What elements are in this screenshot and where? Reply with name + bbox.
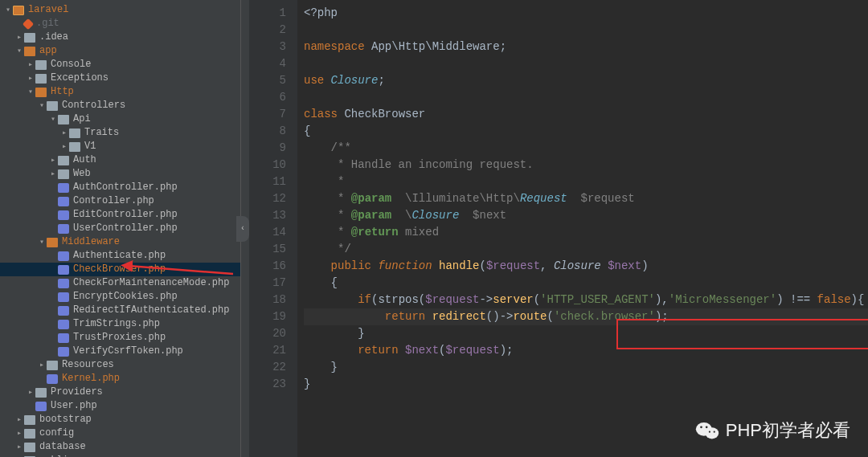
tree-item-label: Web [73,167,91,181]
tree-chevron-icon[interactable] [39,99,45,112]
code-line[interactable] [304,55,868,72]
code-line[interactable]: namespace App\Http\Middleware; [304,39,868,55]
line-number: 8 [254,123,286,140]
tree-item-exceptions[interactable]: Exceptions [0,71,240,85]
code-line[interactable]: /** [304,140,868,157]
code-line[interactable]: * @param \Illuminate\Http\Request $reque… [304,190,868,207]
code-line[interactable]: if(strpos($request->server('HTTP_USER_AG… [304,292,868,308]
tree-chevron-icon[interactable] [27,71,34,85]
tree-chevron-icon[interactable] [5,3,11,17]
folder-icon [35,60,47,70]
tree-item-label: Console [51,58,91,71]
tree-chevron-icon[interactable] [50,153,56,167]
project-tree[interactable]: laravel.git.ideaappConsoleExceptionsHttp… [0,0,241,457]
tree-chevron-icon[interactable] [16,44,23,58]
tree-item-label: TrimStrings.php [73,317,160,331]
tree-item-checkformaintenancemode-php[interactable]: CheckForMaintenanceMode.php [0,276,240,290]
tree-chevron-icon[interactable] [16,454,23,457]
tree-item-authenticate-php[interactable]: Authenticate.php [0,249,240,263]
tree-item-controllers[interactable]: Controllers [0,99,240,112]
tree-item-laravel[interactable]: laravel [0,3,240,17]
code-line[interactable]: * [304,173,868,190]
php-icon [58,279,69,288]
tree-item-authcontroller-php[interactable]: AuthController.php [0,181,240,194]
tree-item-trustproxies-php[interactable]: TrustProxies.php [0,331,240,345]
tree-item-providers[interactable]: Providers [0,386,240,399]
tree-chevron-icon[interactable] [61,140,68,153]
tree-item-bootstrap[interactable]: bootstrap [0,413,240,426]
code-line[interactable] [304,89,868,106]
code-line[interactable]: } [304,359,868,376]
tree-item-trimstrings-php[interactable]: TrimStrings.php [0,317,240,331]
token-str: 'MicroMessenger' [669,293,776,306]
tree-item-api[interactable]: Api [0,112,240,126]
tree-chevron-icon[interactable] [50,167,56,181]
collapse-sidebar-button[interactable]: ‹ [236,216,249,242]
tree-item-verifycsrftoken-php[interactable]: VerifyCsrfToken.php [0,345,240,358]
token-cmt: * [331,192,351,205]
tree-item-console[interactable]: Console [0,58,240,71]
tree-item-kernel-php[interactable]: Kernel.php [0,372,240,386]
folder-open-icon [35,88,47,97]
tree-item-v1[interactable]: V1 [0,140,240,153]
tree-chevron-icon[interactable] [39,358,45,372]
tree-item-label: UserController.php [73,222,178,235]
code-line[interactable]: class CheckBrowser [304,106,868,123]
code-editor[interactable]: 1234567891011121314151617181920212223 <?… [249,0,868,457]
tree-chevron-icon[interactable] [27,386,34,399]
line-number: 12 [254,190,286,207]
tree-item-editcontroller-php[interactable]: EditController.php [0,208,240,222]
tree-item-encryptcookies-php[interactable]: EncryptCookies.php [0,290,240,304]
tree-item-controller-php[interactable]: Controller.php [0,194,240,208]
tree-item-config[interactable]: config [0,426,240,440]
code-line[interactable]: public function handle($request, Closure… [304,258,868,275]
tree-chevron-icon[interactable] [50,112,56,126]
code-line[interactable] [304,22,868,39]
tree-chevron-icon[interactable] [27,85,34,99]
tree-item-app[interactable]: app [0,44,240,58]
tree-item-http[interactable]: Http [0,85,240,99]
folder-icon [58,169,69,179]
line-number: 5 [254,72,286,89]
tree-item--idea[interactable]: .idea [0,31,240,44]
panel-divider[interactable]: ‹ [241,0,249,457]
code-line[interactable]: { [304,123,868,140]
code-line[interactable]: * @return mixed [304,224,868,241]
tree-item-auth[interactable]: Auth [0,153,240,167]
code-line[interactable]: * @param \Closure $next [304,207,868,224]
tree-item-public[interactable]: public [0,454,240,457]
folder-icon [47,101,58,111]
token-cmt: \Illuminate\Http\ [391,192,520,205]
tree-item-middleware[interactable]: Middleware [0,235,240,249]
tree-item-traits[interactable]: Traits [0,126,240,140]
tree-item-resources[interactable]: Resources [0,358,240,372]
tree-chevron-icon[interactable] [16,440,23,454]
tree-item-redirectifauthenticated-php[interactable]: RedirectIfAuthenticated.php [0,304,240,317]
tree-item-checkbrowser-php[interactable]: CheckBrowser.php [0,263,240,276]
code-area[interactable]: <?phpnamespace App\Http\Middleware;use C… [297,0,868,457]
tree-chevron-icon[interactable] [61,126,68,140]
tree-chevron-icon[interactable] [39,235,45,249]
tree-item-user-php[interactable]: User.php [0,399,240,413]
code-line[interactable]: <?php [304,5,868,22]
token-indent [304,293,358,306]
tree-item--git[interactable]: .git [0,17,240,31]
tree-chevron-icon[interactable] [16,413,23,426]
tree-item-label: Middleware [62,235,120,249]
code-line[interactable]: { [304,275,868,292]
folder-icon [35,74,47,84]
tree-chevron-icon[interactable] [27,58,34,71]
code-line[interactable]: * Handle an incoming request. [304,157,868,173]
code-line[interactable]: } [304,376,868,393]
token-tag: @param [351,209,391,222]
tree-item-web[interactable]: Web [0,167,240,181]
tree-chevron-icon[interactable] [16,426,23,440]
code-line[interactable]: use Closure; [304,72,868,89]
token-pcls: Request [520,192,567,205]
tree-item-usercontroller-php[interactable]: UserController.php [0,222,240,235]
token-indent [304,158,331,171]
code-line[interactable]: */ [304,241,868,258]
tree-item-database[interactable]: database [0,440,240,454]
tree-chevron-icon[interactable] [16,31,23,44]
tree-item-label: Http [51,85,74,99]
